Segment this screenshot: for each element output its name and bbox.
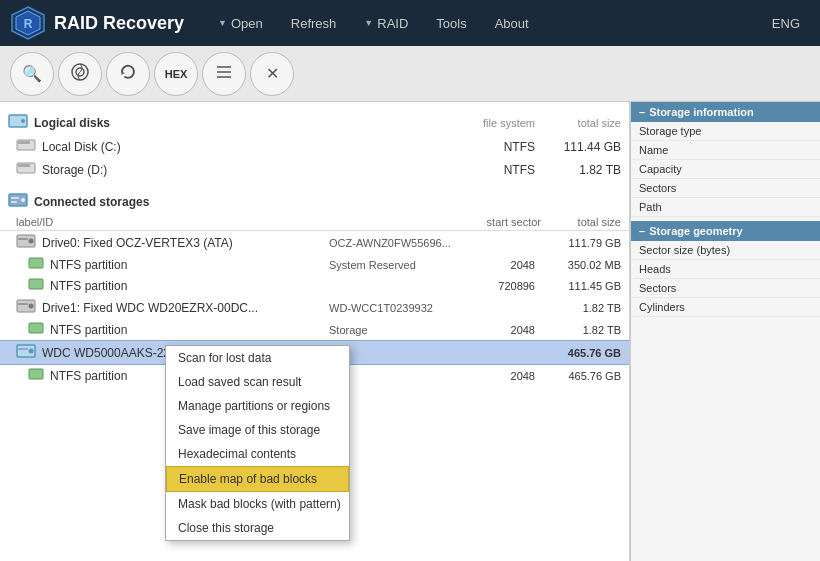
collapse-icon: – (639, 106, 645, 118)
ctx-manage-partitions[interactable]: Manage partitions or regions (166, 394, 349, 418)
storage-d[interactable]: Storage (D:) NTFS 1.82 TB (0, 158, 629, 181)
reload-icon (119, 63, 137, 85)
ctx-save-image[interactable]: Save image of this storage (166, 418, 349, 442)
logical-disks-icon (8, 114, 28, 131)
connected-col-headers: label/ID start sector total size (0, 214, 629, 231)
reload-button[interactable] (106, 52, 150, 96)
ntfs3-sector: 2048 (465, 324, 535, 336)
list-button[interactable] (202, 52, 246, 96)
info-cylinders: Cylinders (631, 298, 820, 317)
svg-text:R: R (24, 17, 33, 31)
drive1-label: WD-WCC1T0239932 (329, 302, 459, 314)
drive1-icon (16, 299, 36, 316)
toolbar: 🔍 HEX ✕ (0, 46, 820, 102)
svg-rect-20 (18, 238, 28, 240)
drive0-icon (16, 234, 36, 251)
svg-rect-13 (18, 164, 30, 167)
hex-button[interactable]: HEX (154, 52, 198, 96)
info-path: Path (631, 198, 820, 217)
hex-icon: HEX (165, 68, 188, 80)
menu-about[interactable]: About (481, 0, 543, 46)
ntfs1-icon (28, 257, 44, 272)
svg-point-19 (29, 239, 34, 244)
ntfs2-sector: 720896 (465, 280, 535, 292)
svg-rect-30 (29, 369, 43, 379)
ntfs1-label: System Reserved (329, 259, 459, 271)
svg-rect-25 (18, 303, 28, 305)
local-disk-size: 111.44 GB (541, 140, 621, 154)
col-total-size: total size (541, 216, 621, 228)
geometry-collapse-icon: – (639, 225, 645, 237)
search-icon: 🔍 (22, 64, 42, 83)
storage-d-fs: NTFS (455, 163, 535, 177)
ntfs1-name: NTFS partition (50, 258, 323, 272)
search-button[interactable]: 🔍 (10, 52, 54, 96)
fs-col-label: file system (483, 117, 535, 129)
logical-disks-label: Logical disks (34, 116, 110, 130)
raid-arrow: ▼ (364, 18, 373, 28)
ntfs3-size: 1.82 TB (541, 324, 621, 336)
ntfs2-name: NTFS partition (50, 279, 323, 293)
ntfs1-size: 350.02 MB (541, 259, 621, 271)
info-storage-type: Storage type (631, 122, 820, 141)
menu-raid[interactable]: ▼ RAID (350, 0, 422, 46)
connected-storages-icon (8, 193, 28, 210)
svg-rect-21 (29, 258, 43, 268)
list-icon (215, 65, 233, 83)
ntfs4-size: 465.76 GB (541, 370, 621, 382)
storage-geometry-header: – Storage geometry (631, 221, 820, 241)
drive1-size: 1.82 TB (541, 302, 621, 314)
app-logo: R (10, 5, 46, 41)
ctx-close-storage[interactable]: Close this storage (166, 516, 349, 540)
ntfs3-name: NTFS partition (50, 323, 323, 337)
svg-point-24 (29, 304, 34, 309)
info-sectors: Sectors (631, 179, 820, 198)
ntfs-partition-2[interactable]: NTFS partition 720896 111.45 GB (0, 275, 629, 296)
ctx-load-scan[interactable]: Load saved scan result (166, 370, 349, 394)
col-label-id: label/ID (16, 216, 471, 228)
drive0-row[interactable]: Drive0: Fixed OCZ-VERTEX3 (ATA) OCZ-AWNZ… (0, 231, 629, 254)
connected-storages-header: Connected storages (0, 189, 629, 214)
ts-col-label: total size (541, 117, 621, 129)
local-disk-name: Local Disk (C:) (42, 140, 449, 154)
info-capacity: Capacity (631, 160, 820, 179)
local-disk-c[interactable]: Local Disk (C:) NTFS 111.44 GB (0, 135, 629, 158)
local-disk-icon (16, 138, 36, 155)
logical-disks-header: Logical disks file system total size (0, 110, 629, 135)
ctx-enable-bad-blocks[interactable]: Enable map of bad blocks (166, 466, 349, 492)
local-disk-fs: NTFS (455, 140, 535, 154)
svg-rect-11 (18, 141, 30, 144)
wdc-dsk-icon (16, 344, 36, 361)
col-start-sector: start sector (471, 216, 541, 228)
svg-point-28 (29, 349, 34, 354)
close-button[interactable]: ✕ (250, 52, 294, 96)
svg-rect-17 (11, 201, 17, 203)
menu-open[interactable]: ▼ Open (204, 0, 277, 46)
ctx-hex-contents[interactable]: Hexadecimal contents (166, 442, 349, 466)
logo-area: R RAID Recovery (10, 5, 184, 41)
info-sectors-geo: Sectors (631, 279, 820, 298)
info-name: Name (631, 141, 820, 160)
storage-d-icon (16, 161, 36, 178)
ctx-scan-lost[interactable]: Scan for lost data (166, 346, 349, 370)
ntfs2-icon (28, 278, 44, 293)
ntfs4-icon (28, 368, 44, 383)
storage-d-name: Storage (D:) (42, 163, 449, 177)
menu-tools[interactable]: Tools (422, 0, 480, 46)
drive1-row[interactable]: Drive1: Fixed WDC WD20EZRX-00DC... WD-WC… (0, 296, 629, 319)
menu-refresh[interactable]: Refresh (277, 0, 351, 46)
svg-rect-16 (11, 197, 19, 199)
scan-button[interactable] (58, 52, 102, 96)
svg-rect-22 (29, 279, 43, 289)
right-panel: – Storage information Storage type Name … (630, 102, 820, 561)
svg-point-15 (21, 198, 25, 202)
ntfs3-label: Storage (329, 324, 459, 336)
ntfs-partition-3[interactable]: NTFS partition Storage 2048 1.82 TB (0, 319, 629, 340)
info-sector-size: Sector size (bytes) (631, 241, 820, 260)
drive1-name: Drive1: Fixed WDC WD20EZRX-00DC... (42, 301, 323, 315)
ntfs-partition-1[interactable]: NTFS partition System Reserved 2048 350.… (0, 254, 629, 275)
scan-icon (70, 62, 90, 86)
drive0-size: 111.79 GB (541, 237, 621, 249)
language-selector[interactable]: ENG (762, 16, 810, 31)
ctx-mask-bad-blocks[interactable]: Mask bad blocks (with pattern) (166, 492, 349, 516)
